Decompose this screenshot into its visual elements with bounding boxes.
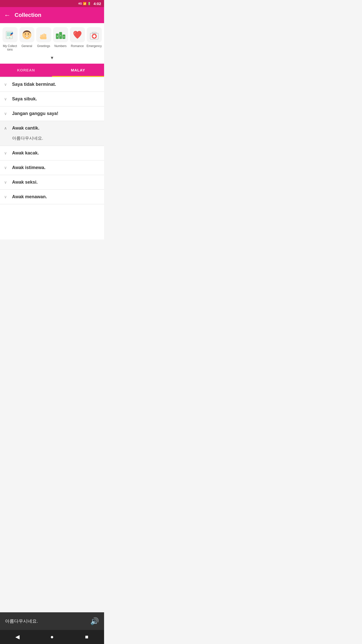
svg-text:2: 2 — [57, 35, 58, 37]
category-numbers[interactable]: 2 1 3 Numbers — [53, 27, 68, 48]
language-tabs: KOREAN MALAY — [0, 64, 104, 77]
phrase-chevron-6: ∨ — [4, 165, 9, 170]
phrase-item-5[interactable]: ∨Awak kacak. — [0, 146, 104, 160]
phrase-chevron-5: ∨ — [4, 151, 9, 155]
phrase-translation-4: 아름다우시네요. — [0, 135, 104, 146]
phrase-chevron-7: ∨ — [4, 180, 9, 185]
svg-text:3: 3 — [63, 36, 64, 38]
phrase-text-4: Awak cantik. — [12, 126, 39, 131]
back-button[interactable]: ← — [4, 11, 11, 19]
phrase-text-3: Jangan ganggu saya! — [12, 111, 58, 116]
phrase-item-8[interactable]: ∨Awak menawan. — [0, 190, 104, 204]
category-label-numbers: Numbers — [54, 44, 67, 48]
signal-icons: 4G 📶 🔋 — [78, 2, 91, 5]
phrase-text-2: Saya sibuk. — [12, 96, 37, 102]
numbers-icon: 2 1 3 — [55, 29, 66, 40]
phrase-chevron-1: ∨ — [4, 82, 9, 87]
expand-arrow-icon[interactable]: ▾ — [51, 55, 53, 61]
phrase-text-7: Awak seksi. — [12, 180, 38, 185]
tab-korean[interactable]: KOREAN — [0, 64, 52, 77]
pencil-icon — [5, 29, 16, 40]
phrase-text-5: Awak kacak. — [12, 150, 39, 156]
phrase-chevron-4: ∧ — [4, 126, 9, 131]
phrase-item-4[interactable]: ∧Awak cantik.아름다우시네요. — [0, 121, 104, 146]
heart-icon — [72, 29, 83, 40]
phrase-chevron-8: ∨ — [4, 194, 9, 199]
category-label-general: General — [21, 44, 32, 48]
my-collections-icon-wrap — [3, 27, 18, 42]
category-my-collections[interactable]: My Collect ions — [3, 27, 18, 52]
greetings-icon-wrap — [36, 27, 51, 42]
svg-point-11 — [24, 35, 25, 35]
svg-rect-13 — [26, 36, 28, 37]
expand-row[interactable]: ▾ — [0, 54, 104, 64]
romance-icon-wrap — [70, 27, 85, 42]
phrase-text-1: Saya tidak berminat. — [12, 82, 56, 87]
category-label-emergency: Emergency — [86, 44, 102, 48]
category-romance[interactable]: Romance — [70, 27, 85, 48]
battery-icon: 🔋 — [87, 2, 91, 5]
hand-icon — [38, 29, 49, 40]
phrase-item-7[interactable]: ∨Awak seksi. — [0, 175, 104, 190]
phrase-item-6[interactable]: ∨Awak istimewa. — [0, 160, 104, 175]
signal-icon: 📶 — [83, 2, 86, 5]
tab-malay[interactable]: MALAY — [52, 64, 104, 77]
phrase-item-3[interactable]: ∨Jangan ganggu saya! — [0, 106, 104, 121]
network-label: 4G — [78, 2, 82, 5]
svg-point-10 — [28, 33, 29, 34]
svg-rect-30 — [93, 36, 96, 37]
app-title: Collection — [15, 12, 41, 18]
svg-point-9 — [25, 33, 26, 34]
category-general[interactable]: General — [19, 27, 34, 48]
phrase-text-6: Awak istimewa. — [12, 165, 46, 170]
phrase-item-2[interactable]: ∨Saya sibuk. — [0, 92, 104, 106]
category-label-my-collections: My Collect ions — [3, 44, 18, 52]
face-icon — [21, 29, 32, 40]
phrase-text-8: Awak menawan. — [12, 194, 47, 199]
tab-korean-label: KOREAN — [17, 68, 35, 72]
phrase-chevron-2: ∨ — [4, 97, 9, 101]
category-emergency[interactable]: Emergency — [87, 27, 102, 48]
status-time: 4:02 — [94, 2, 101, 6]
phrase-chevron-3: ∨ — [4, 111, 9, 116]
category-label-greetings: Greetings — [37, 44, 50, 48]
svg-text:1: 1 — [60, 34, 61, 37]
emergency-icon-wrap — [87, 27, 102, 42]
general-icon-wrap — [19, 27, 34, 42]
category-greetings[interactable]: Greetings — [36, 27, 51, 48]
phrase-item-1[interactable]: ∨Saya tidak berminat. — [0, 77, 104, 92]
numbers-icon-wrap: 2 1 3 — [53, 27, 68, 42]
svg-rect-19 — [40, 37, 47, 39]
svg-point-12 — [28, 35, 29, 35]
status-bar: 4G 📶 🔋 4:02 — [0, 0, 104, 7]
category-label-romance: Romance — [71, 44, 84, 48]
phrase-list: ∨Saya tidak berminat.∨Saya sibuk.∨Jangan… — [0, 77, 104, 239]
app-bar: ← Collection — [0, 7, 104, 23]
tab-malay-label: MALAY — [71, 68, 85, 72]
category-list: My Collect ions General — [0, 23, 104, 54]
medical-icon — [89, 29, 100, 40]
